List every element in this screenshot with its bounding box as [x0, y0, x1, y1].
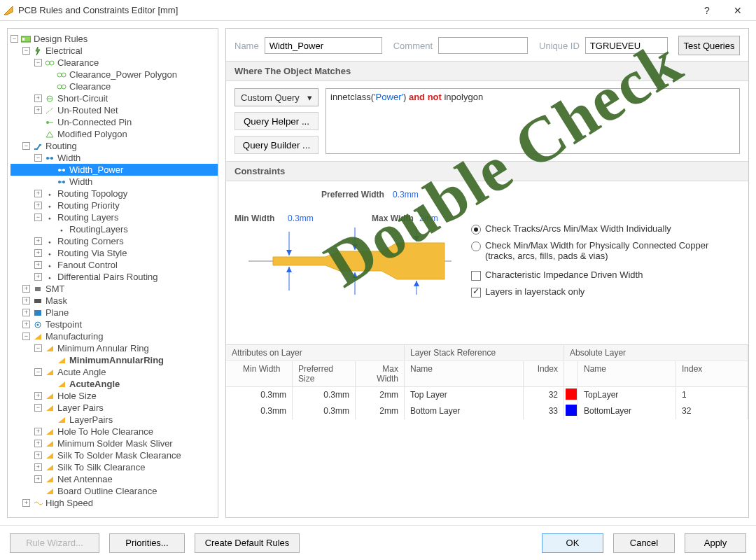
tree-item[interactable]: High Speed [46, 497, 93, 509]
tree-item[interactable]: Clearance [69, 80, 111, 92]
tree-item[interactable]: Minimum Annular Ring [57, 342, 149, 354]
col-header[interactable]: Name [578, 361, 676, 386]
col-header[interactable]: Min Width [226, 361, 293, 386]
col-header[interactable]: Index [524, 361, 564, 386]
tree-item[interactable]: AcuteAngle [69, 378, 120, 390]
expand-icon[interactable]: + [34, 202, 42, 209]
max-width-value[interactable]: 2mm [419, 214, 438, 223]
expand-icon[interactable]: + [34, 94, 42, 102]
tree-item[interactable]: Electrical [46, 45, 83, 57]
check-connected-radio[interactable] [471, 241, 481, 251]
layer-attributes-table[interactable]: Attributes on Layer Layer Stack Referenc… [226, 344, 748, 419]
col-header[interactable]: Index [676, 361, 748, 386]
layerstack-checkbox[interactable] [471, 288, 481, 298]
comment-input[interactable] [438, 37, 528, 54]
collapse-icon[interactable]: − [34, 214, 42, 221]
expand-icon[interactable]: + [34, 249, 42, 257]
col-header[interactable]: Name [405, 361, 524, 386]
expand-icon[interactable]: + [34, 440, 42, 447]
expand-icon[interactable]: + [22, 285, 30, 293]
tree-item[interactable]: Layer Pairs [57, 402, 104, 414]
test-queries-button[interactable]: Test Queries [678, 36, 740, 55]
tree-item[interactable]: Width [57, 152, 80, 164]
tree-item[interactable]: Routing [46, 140, 77, 152]
tree-item[interactable]: Clearance_Power Polygon [69, 69, 177, 80]
tree-item[interactable]: MinimumAnnularRing [69, 354, 164, 366]
table-row[interactable]: 0.3mm0.3mm2mmBottom Layer33BottomLayer32 [226, 403, 748, 419]
tree-item[interactable]: Minimum Solder Mask Sliver [57, 438, 173, 449]
priorities-button[interactable]: Priorities... [109, 533, 185, 553]
tree-item[interactable]: Fanout Control [57, 259, 118, 271]
expand-icon[interactable]: + [34, 451, 42, 459]
tree-item[interactable]: Net Antennae [57, 473, 113, 485]
pref-width-value[interactable]: 0.3mm [393, 190, 419, 200]
tree-item[interactable]: Differential Pairs Routing [57, 271, 158, 283]
collapse-icon[interactable]: − [34, 368, 42, 376]
uid-input[interactable] [585, 37, 668, 54]
collapse-icon[interactable]: − [22, 332, 30, 340]
tree-item[interactable]: Width [69, 176, 92, 188]
create-defaults-button[interactable]: Create Default Rules [195, 533, 300, 553]
expand-icon[interactable]: + [34, 392, 42, 400]
rules-tree[interactable]: −Design Rules −Electrical −Clearance Cle… [10, 33, 218, 509]
tree-item[interactable]: Routing Corners [57, 235, 124, 247]
collapse-icon[interactable]: − [22, 47, 30, 55]
tree-item[interactable]: Un-Routed Net [57, 104, 118, 116]
expand-icon[interactable]: + [22, 321, 30, 328]
expand-icon[interactable]: + [34, 261, 42, 269]
collapse-icon[interactable]: − [34, 154, 42, 162]
expand-icon[interactable]: + [22, 309, 30, 316]
cancel-button[interactable]: Cancel [613, 533, 675, 553]
tree-item[interactable]: Routing Layers [57, 211, 118, 223]
expand-icon[interactable]: + [22, 297, 30, 304]
query-editor[interactable]: innetclass('Power') and not inpolygon [326, 88, 740, 154]
col-header[interactable]: Preferred Size [293, 361, 356, 386]
tree-item[interactable]: Plane [46, 307, 69, 318]
expand-icon[interactable]: + [34, 463, 42, 471]
tree-item[interactable]: Modified Polygon [57, 128, 127, 140]
collapse-icon[interactable]: − [10, 35, 18, 43]
close-button[interactable]: ✕ [722, 5, 753, 16]
tree-item[interactable]: Silk To Solder Mask Clearance [57, 449, 181, 461]
tree-item[interactable]: SMT [46, 283, 64, 295]
expand-icon[interactable]: + [34, 475, 42, 483]
apply-button[interactable]: Apply [685, 533, 746, 553]
expand-icon[interactable]: + [22, 499, 30, 507]
tree-item[interactable]: Hole Size [57, 390, 97, 402]
tree-item[interactable]: Silk To Silk Clearance [57, 461, 145, 473]
tree-item[interactable]: Routing Topology [57, 188, 127, 200]
collapse-icon[interactable]: − [34, 59, 42, 66]
ok-button[interactable]: OK [542, 533, 603, 553]
tree-item[interactable]: LayerPairs [69, 414, 113, 426]
check-individual-radio[interactable] [471, 225, 481, 234]
expand-icon[interactable]: + [34, 106, 42, 114]
query-builder-button[interactable]: Query Builder ... [234, 136, 318, 154]
collapse-icon[interactable]: − [22, 142, 30, 150]
tree-item[interactable]: Clearance [57, 57, 99, 69]
tree-item[interactable]: Short-Circuit [57, 92, 108, 104]
expand-icon[interactable]: + [34, 237, 42, 245]
tree-item[interactable]: Hole To Hole Clearance [57, 426, 153, 438]
tree-item[interactable]: RoutingLayers [69, 223, 128, 235]
tree-item[interactable]: Routing Via Style [57, 247, 127, 259]
tree-item[interactable]: Acute Angle [57, 366, 106, 378]
expand-icon[interactable]: + [34, 273, 42, 281]
collapse-icon[interactable]: − [34, 404, 42, 412]
table-row[interactable]: 0.3mm0.3mm2mmTop Layer32TopLayer1 [226, 387, 748, 403]
expand-icon[interactable]: + [34, 428, 42, 435]
impedance-checkbox[interactable] [471, 271, 481, 281]
tree-item[interactable]: Un-Connected Pin [57, 116, 132, 128]
match-type-combo[interactable]: Custom Query▾ [234, 88, 318, 106]
tree-item[interactable]: Routing Priority [57, 200, 120, 211]
tree-item[interactable]: Board Outline Clearance [57, 485, 157, 497]
col-header[interactable]: Max Width [356, 361, 405, 386]
tree-item[interactable]: Manufacturing [46, 330, 103, 342]
tree-item-selected[interactable]: Width_Power [10, 164, 218, 176]
rule-wizard-button[interactable]: Rule Wizard... [10, 533, 99, 553]
tree-item[interactable]: Design Rules [34, 33, 88, 45]
collapse-icon[interactable]: − [34, 344, 42, 352]
expand-icon[interactable]: + [34, 190, 42, 197]
name-input[interactable] [265, 37, 382, 54]
tree-item[interactable]: Mask [46, 295, 67, 307]
min-width-value[interactable]: 0.3mm [288, 214, 314, 223]
